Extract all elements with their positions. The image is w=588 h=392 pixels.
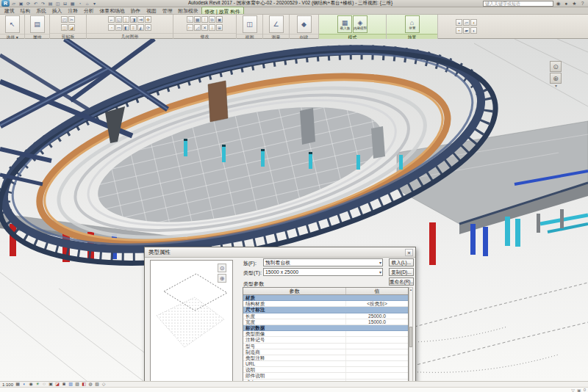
- view-control-icon[interactable]: ▣: [48, 382, 54, 387]
- cope-icon[interactable]: ⌐: [108, 16, 115, 23]
- titlebar-icon[interactable]: ●: [563, 1, 570, 7]
- move-icon[interactable]: ✥: [145, 16, 151, 23]
- qat-icon[interactable]: ⊟: [62, 1, 68, 7]
- qat-icon[interactable]: ◔: [76, 1, 83, 7]
- qat-icon[interactable]: ↶: [32, 1, 39, 7]
- view-control-icon[interactable]: ◍: [87, 382, 93, 387]
- view-control-icon[interactable]: ◧: [81, 382, 87, 387]
- view-button[interactable]: ◫: [243, 15, 257, 33]
- ribbon-tab[interactable]: 视图: [143, 7, 159, 14]
- drawing-area[interactable]: ⊙ ⊕ ▾ 类型属性 ✕ ⊙ ⊕ ◂▸ 族(F): 预制看台板 载入(L)...: [0, 39, 588, 381]
- titlebar-icon[interactable]: ?: [579, 1, 586, 7]
- status-icon[interactable]: ▣: [577, 388, 581, 392]
- align-icon[interactable]: ≡: [130, 24, 137, 31]
- cut-icon[interactable]: ✂: [68, 16, 75, 23]
- tool-icon[interactable]: ◖: [470, 19, 477, 26]
- view-control-icon[interactable]: ◉: [28, 382, 34, 387]
- view-control-icon[interactable]: ◐: [21, 382, 27, 387]
- ribbon-tab[interactable]: 管理: [159, 7, 176, 14]
- offset-icon[interactable]: ⇉: [137, 16, 144, 23]
- table-row[interactable]: 部件说明: [243, 373, 408, 379]
- qat-icon[interactable]: ▾: [91, 1, 98, 7]
- paint-icon[interactable]: ◧: [123, 24, 129, 31]
- copy-icon[interactable]: ◫: [61, 24, 68, 31]
- ribbon-tab[interactable]: 系统: [33, 7, 49, 14]
- app-button[interactable]: R: [1, 0, 10, 7]
- table-row[interactable]: 材质: [243, 295, 408, 301]
- table-row[interactable]: 结构材质 <按类别>: [243, 301, 408, 307]
- join-icon[interactable]: ◱: [115, 16, 122, 23]
- link-icon[interactable]: ⊞: [216, 24, 223, 31]
- table-row[interactable]: 类型图像: [243, 331, 408, 337]
- properties-button[interactable]: ▤: [30, 15, 45, 33]
- ribbon-tab[interactable]: 修改 | 放置 构件: [201, 7, 244, 14]
- load-button[interactable]: 载入(L)...: [389, 258, 414, 266]
- ribbon-tab[interactable]: 协作: [128, 7, 144, 14]
- beam-icon[interactable]: ▭: [115, 24, 122, 31]
- table-row[interactable]: URL: [243, 361, 408, 367]
- qat-icon[interactable]: ▱: [10, 1, 17, 7]
- qat-icon[interactable]: ▤: [47, 1, 54, 7]
- cut-geometry-icon[interactable]: ◔: [108, 24, 115, 31]
- table-row[interactable]: 长度 25000.0: [243, 313, 408, 319]
- tool-icon[interactable]: ◓: [456, 27, 462, 34]
- steering-wheel-icon[interactable]: ⊙: [550, 61, 562, 72]
- delete-icon[interactable]: ✕: [201, 24, 208, 31]
- array-icon[interactable]: ▦: [194, 16, 201, 23]
- pin-icon[interactable]: ⊺: [201, 16, 208, 23]
- table-row[interactable]: 注释记号: [243, 337, 408, 343]
- type-dropdown[interactable]: 15000 x 25000: [263, 268, 383, 276]
- view-control-icon[interactable]: ▦: [15, 382, 21, 387]
- view-control-icon[interactable]: ▥: [68, 382, 74, 387]
- view-control-icon[interactable]: ☀: [35, 382, 40, 387]
- preview-zoom-icon[interactable]: ⊕: [218, 274, 226, 283]
- view-control-icon[interactable]: ▨: [74, 382, 80, 387]
- table-row[interactable]: 说明: [243, 367, 408, 373]
- ribbon-tab[interactable]: 注释: [65, 7, 81, 14]
- zoom-tool-icon[interactable]: ⊕: [550, 73, 562, 84]
- close-icon[interactable]: ✕: [405, 249, 413, 256]
- rename-button[interactable]: 重命名(R)...: [389, 277, 414, 286]
- tool-icon[interactable]: ▱: [463, 19, 470, 26]
- value-column-header[interactable]: 值: [346, 288, 408, 294]
- view-control-icon[interactable]: ◌: [41, 382, 47, 387]
- duplicate-button[interactable]: 复制(D)...: [389, 268, 414, 276]
- family-dropdown[interactable]: 预制看台板: [263, 258, 383, 266]
- table-row[interactable]: 宽度 15000.0: [243, 319, 408, 325]
- create-button[interactable]: ◆: [297, 15, 312, 33]
- load-family-button[interactable]: ▦ 载入族: [337, 15, 352, 33]
- titlebar-icon[interactable]: ★: [571, 1, 578, 7]
- panel-label[interactable]: 选择 ▾: [0, 34, 24, 39]
- unpin-icon[interactable]: ⊥: [209, 24, 215, 31]
- qat-icon[interactable]: ↷: [40, 1, 46, 7]
- search-input[interactable]: [483, 1, 553, 7]
- table-row[interactable]: 标识数据: [243, 325, 408, 331]
- view-control-icon[interactable]: ◇: [101, 382, 107, 387]
- table-row[interactable]: 型号: [243, 344, 408, 349]
- view-control-icon[interactable]: ◙: [61, 382, 67, 387]
- split-icon[interactable]: ◨: [130, 16, 137, 23]
- rotate-icon[interactable]: ⟳: [145, 24, 151, 31]
- ribbon-tab[interactable]: 结构: [18, 7, 34, 14]
- wall-icon[interactable]: ▯: [123, 16, 129, 23]
- ribbon-tab[interactable]: 分析: [81, 7, 97, 14]
- qat-icon[interactable]: ▦: [69, 1, 76, 7]
- titlebar-icon[interactable]: ◉: [555, 1, 562, 7]
- param-column-header[interactable]: 参数: [243, 288, 346, 294]
- modify-pointer-button[interactable]: ↖: [5, 15, 20, 33]
- scale-indicator[interactable]: 1:100: [2, 382, 13, 387]
- trim-icon[interactable]: ∟: [187, 16, 193, 23]
- tool-icon[interactable]: ◗: [470, 27, 477, 34]
- group-icon[interactable]: ▣: [216, 16, 223, 23]
- mirror-icon[interactable]: ◭: [137, 24, 144, 31]
- table-v-scrollbar[interactable]: ▲▼: [409, 287, 413, 381]
- status-icon[interactable]: ▽: [571, 388, 575, 392]
- model-inplace-button[interactable]: ◈ 内建模型: [353, 15, 368, 33]
- dialog-title[interactable]: 类型属性: [145, 247, 415, 258]
- ribbon-tab[interactable]: 附加模块: [175, 7, 201, 14]
- copy2-icon[interactable]: ⧉: [209, 16, 215, 23]
- paste-icon[interactable]: ◰: [61, 16, 68, 23]
- qat-icon[interactable]: ⌂: [84, 1, 90, 7]
- tool-icon[interactable]: ◒: [456, 19, 462, 26]
- view-control-icon[interactable]: ◪: [54, 382, 60, 387]
